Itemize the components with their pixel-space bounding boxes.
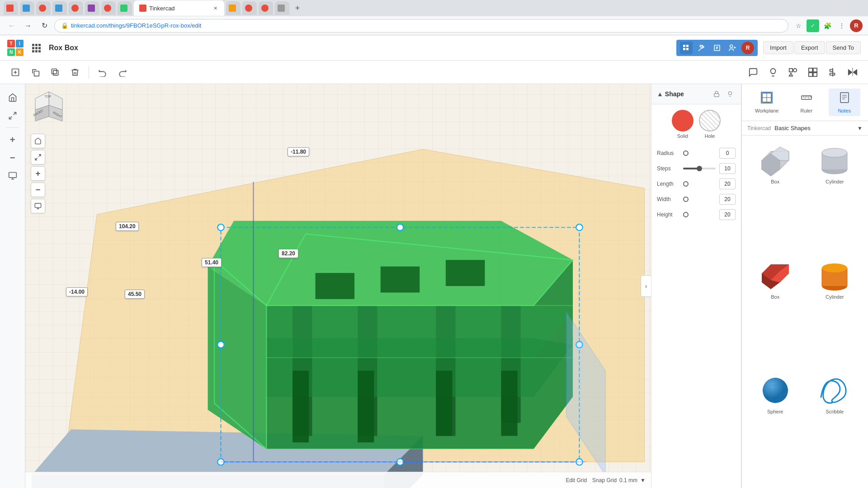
svg-rect-53: [316, 273, 355, 299]
lightbulb-panel-icon[interactable]: [725, 89, 736, 99]
snap-dropdown-arrow[interactable]: ▼: [640, 477, 646, 483]
width-input[interactable]: [719, 194, 736, 205]
active-tab-icon: [139, 5, 146, 12]
home-btn[interactable]: [5, 89, 21, 106]
tab-inactive-4[interactable]: [52, 1, 67, 15]
fit-view-btn[interactable]: [5, 108, 21, 124]
svg-rect-17: [53, 70, 58, 75]
reload-button[interactable]: ↻: [38, 19, 51, 32]
duplicate-button[interactable]: [47, 64, 63, 80]
steps-slider-thumb[interactable]: [697, 166, 702, 171]
snap-value-display: 0.1 mm: [619, 477, 637, 483]
shape-item-sphere-blue[interactable]: Sphere: [747, 371, 803, 483]
height-input[interactable]: [719, 209, 736, 220]
user-add-btn[interactable]: [726, 42, 739, 54]
extensions-button[interactable]: ✓: [807, 19, 819, 32]
shape-item-cylinder-gray[interactable]: Cylinder: [807, 141, 863, 253]
lightbulb-btn[interactable]: [765, 64, 781, 80]
view-grid-btn[interactable]: [680, 42, 693, 54]
tab-inactive-6[interactable]: [85, 1, 99, 15]
shape-label-cylinder-orange: Cylinder: [826, 294, 844, 300]
library-icon-btn[interactable]: [711, 42, 723, 54]
lock-icon[interactable]: [711, 89, 722, 99]
profile-extensions-button[interactable]: 🧩: [821, 19, 834, 32]
edit-grid-btn[interactable]: Edit Grid: [566, 477, 587, 483]
forward-button[interactable]: →: [22, 19, 34, 32]
height-icon: [683, 212, 689, 217]
tab-inactive-7[interactable]: [101, 1, 116, 15]
grid-menu-icon[interactable]: [29, 41, 43, 55]
steps-input[interactable]: [719, 163, 736, 174]
tab-inactive-11[interactable]: [259, 1, 273, 15]
notes-btn[interactable]: Notes: [829, 89, 860, 116]
history-btn[interactable]: [5, 168, 21, 184]
tab-inactive-8[interactable]: [118, 1, 132, 15]
comment-btn[interactable]: [745, 64, 761, 80]
home-view-btn[interactable]: [31, 134, 45, 148]
length-icon: [683, 181, 689, 187]
tab-inactive-10[interactable]: [242, 1, 257, 15]
expand-panel-arrow[interactable]: ›: [641, 275, 651, 297]
align-btn[interactable]: [825, 64, 841, 80]
svg-rect-19: [789, 68, 793, 71]
tab-close-btn[interactable]: ✕: [212, 5, 219, 12]
action-buttons: Import Export Send To: [763, 41, 861, 54]
tinkercad-logo: T I N K: [7, 40, 24, 56]
library-dropdown-btn[interactable]: ▼: [857, 125, 863, 131]
zoom-out-btn[interactable]: −: [5, 150, 21, 166]
back-button[interactable]: ←: [5, 19, 18, 32]
bookmark-star-button[interactable]: ☆: [792, 19, 805, 32]
display-options-btn[interactable]: [31, 199, 45, 213]
import-button[interactable]: Import: [763, 41, 793, 54]
profile-avatar[interactable]: R: [850, 19, 863, 32]
radius-input[interactable]: [719, 148, 736, 159]
export-button[interactable]: Export: [794, 41, 825, 54]
solid-shape-item[interactable]: Solid: [672, 110, 693, 139]
workplane-btn[interactable]: Workplane: [750, 89, 784, 116]
delete-button[interactable]: [67, 64, 83, 80]
logo-i: I: [16, 40, 24, 47]
copy-button[interactable]: [27, 64, 43, 80]
tab-inactive-12[interactable]: [275, 1, 289, 15]
tab-inactive-9[interactable]: [226, 1, 241, 15]
length-input[interactable]: [719, 178, 736, 189]
ruler-btn[interactable]: Ruler: [791, 89, 822, 116]
tab-inactive-5[interactable]: [69, 1, 83, 15]
tab-inactive-3[interactable]: [36, 1, 51, 15]
hammer-icon-btn[interactable]: [695, 42, 708, 54]
redo-button[interactable]: [114, 64, 131, 80]
shape-item-scribble[interactable]: Scribble: [807, 371, 863, 483]
zoom-in-viewport-btn[interactable]: +: [31, 166, 45, 181]
ruler-label: Ruler: [801, 108, 812, 113]
shape-panel-icons: [711, 89, 736, 99]
svg-rect-50: [358, 371, 374, 442]
group-btn[interactable]: [805, 64, 821, 80]
radius-label: Radius: [657, 150, 679, 156]
notes-icon: [838, 91, 851, 106]
fit-all-btn[interactable]: [31, 150, 45, 164]
new-shape-button[interactable]: [7, 64, 24, 80]
settings-button[interactable]: ⋮: [835, 19, 848, 32]
hole-icon: [699, 110, 721, 131]
send-to-button[interactable]: Send To: [826, 41, 861, 54]
tab-active[interactable]: Tinkercad ✕: [134, 0, 224, 16]
new-tab-button[interactable]: +: [291, 2, 304, 14]
undo-button[interactable]: [94, 64, 111, 80]
cube-navigator[interactable]: TOP RIGHT FRONT: [31, 89, 67, 126]
viewport[interactable]: -11.80 104.20 51.40 82.20 -14.00 45.50: [25, 84, 651, 488]
tab-inactive-2[interactable]: [20, 1, 34, 15]
user-avatar-btn[interactable]: R: [741, 42, 754, 54]
width-label: Width: [657, 196, 679, 202]
mirror-btn[interactable]: [844, 64, 861, 80]
svg-rect-49: [292, 371, 309, 442]
shape-btn[interactable]: [785, 64, 801, 80]
shape-item-box-gray[interactable]: Box: [747, 141, 803, 253]
zoom-in-btn[interactable]: +: [5, 131, 21, 148]
zoom-out-viewport-btn[interactable]: −: [31, 183, 45, 197]
steps-label: Steps: [657, 165, 679, 172]
hole-shape-item[interactable]: Hole: [699, 110, 721, 139]
shape-item-box-red[interactable]: Box: [747, 256, 803, 368]
tab-inactive-1[interactable]: [4, 1, 18, 15]
shape-item-cylinder-orange[interactable]: Cylinder: [807, 256, 863, 368]
address-bar[interactable]: 🔒 tinkercad.com/things/9FBOR1eSGpR-rox-b…: [54, 19, 788, 33]
